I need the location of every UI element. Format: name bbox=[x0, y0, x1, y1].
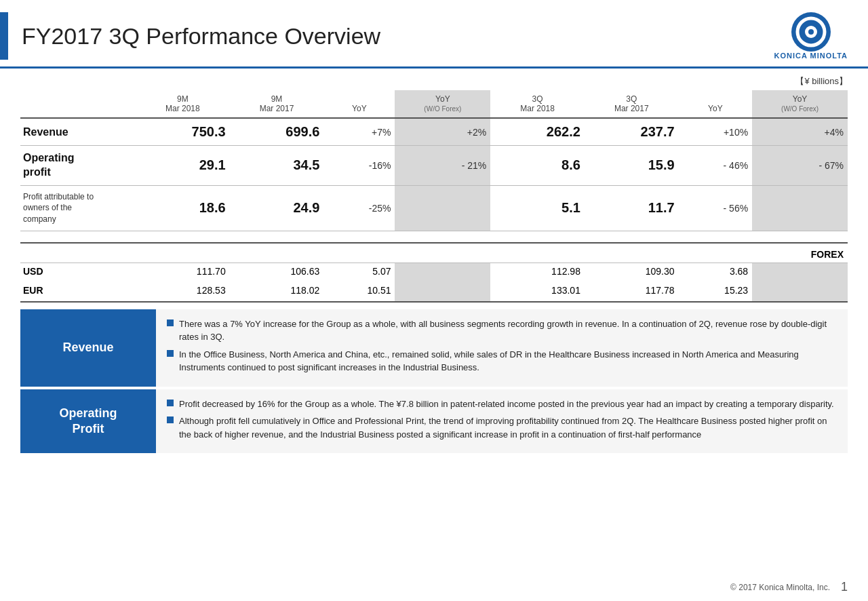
cell-revenue-yoy-forex-2: +4% bbox=[752, 118, 848, 146]
cell-usd-yoy-2: 3.68 bbox=[679, 263, 753, 279]
bullet-icon-1 bbox=[167, 319, 174, 326]
col-header-yoy-1: YoY bbox=[323, 90, 395, 118]
cell-op-yoy-1: -16% bbox=[323, 146, 395, 186]
info-bullet-1: There was a 7% YoY increase for the Grou… bbox=[167, 317, 837, 344]
table-row-usd: USD 111.70 106.63 5.07 112.98 109.30 3.6… bbox=[20, 263, 848, 279]
cell-eur-3q-2018: 133.01 bbox=[490, 279, 585, 302]
cell-pa-yoy-2: - 56% bbox=[679, 185, 753, 231]
page-header: FY2017 3Q Performance Overview KONICA MI… bbox=[0, 0, 868, 69]
table-row-operating-profit: Operatingprofit 29.1 34.5 -16% - 21% 8.6… bbox=[20, 146, 848, 186]
row-label-op: Operatingprofit bbox=[20, 146, 136, 186]
cell-usd-3q-2018: 112.98 bbox=[490, 263, 585, 279]
cell-pa-yoy-1: -25% bbox=[323, 185, 395, 231]
cell-eur-9m-2017: 118.02 bbox=[230, 279, 324, 302]
info-row-op-profit: Operating Profit Profit decreased by 16%… bbox=[20, 389, 848, 454]
forex-header-label: FOREX bbox=[20, 243, 848, 263]
cell-pa-yoy-forex-2 bbox=[752, 185, 848, 231]
col-header-yoy-2: YoY bbox=[679, 90, 753, 118]
bullet-icon-4 bbox=[167, 416, 174, 423]
footer: © 2017 Konica Minolta, Inc. 1 bbox=[730, 580, 848, 594]
cell-usd-9m-2017: 106.63 bbox=[230, 263, 324, 279]
col-header-yoy-forex-1: YoY (W/O Forex) bbox=[395, 90, 490, 118]
info-text-2: In the Office Business, North America an… bbox=[179, 348, 837, 374]
main-table: 9M Mar 2018 9M Mar 2017 YoY YoY (W/O For… bbox=[20, 90, 848, 303]
col-header-label bbox=[20, 90, 136, 118]
cell-revenue-3q-2018: 262.2 bbox=[490, 118, 585, 146]
table-row-eur: EUR 128.53 118.02 10.51 133.01 117.78 15… bbox=[20, 279, 848, 302]
cell-op-3q-2018: 8.6 bbox=[490, 146, 585, 186]
info-bullet-3: Profit decreased by 16% for the Group as… bbox=[167, 398, 837, 411]
forex-eur-label: EUR bbox=[20, 279, 136, 302]
info-bullet-4: Although profit fell cumulatively in Off… bbox=[167, 414, 837, 441]
col-header-yoy-forex-2: YoY (W/O Forex) bbox=[752, 90, 848, 118]
cell-eur-3q-2017: 117.78 bbox=[585, 279, 679, 302]
cell-revenue-yoy-2: +10% bbox=[679, 118, 753, 146]
info-text-4: Although profit fell cumulatively in Off… bbox=[179, 414, 837, 441]
cell-op-9m-2018: 29.1 bbox=[136, 146, 230, 186]
copyright: © 2017 Konica Minolta, Inc. bbox=[730, 583, 830, 592]
table-spacer bbox=[20, 231, 848, 243]
forex-usd-label: USD bbox=[20, 263, 136, 279]
cell-eur-yoy-forex-2 bbox=[752, 279, 848, 302]
col-header-9m-2018: 9M Mar 2018 bbox=[136, 90, 230, 118]
page-title: FY2017 3Q Performance Overview bbox=[22, 23, 380, 50]
info-bullet-2: In the Office Business, North America an… bbox=[167, 348, 837, 374]
bullet-icon-2 bbox=[167, 350, 174, 357]
table-row-forex-header: FOREX bbox=[20, 243, 848, 263]
info-content-op-profit: Profit decreased by 16% for the Group as… bbox=[156, 389, 848, 454]
cell-op-yoy-2: - 46% bbox=[679, 146, 753, 186]
cell-op-3q-2017: 15.9 bbox=[585, 146, 679, 186]
currency-note: 【¥ billions】 bbox=[0, 69, 868, 90]
info-row-revenue: Revenue There was a 7% YoY increase for … bbox=[20, 309, 848, 387]
cell-usd-yoy-forex-2 bbox=[752, 263, 848, 279]
cell-pa-yoy-forex-1 bbox=[395, 185, 490, 231]
logo-area: KONICA MINOLTA bbox=[774, 12, 848, 60]
table-row-profit-attr: Profit attributable toowners of thecompa… bbox=[20, 185, 848, 231]
svg-point-3 bbox=[808, 29, 814, 35]
cell-revenue-3q-2017: 237.7 bbox=[585, 118, 679, 146]
cell-pa-3q-2017: 11.7 bbox=[585, 185, 679, 231]
col-header-3q-2017: 3Q Mar 2017 bbox=[585, 90, 679, 118]
cell-pa-3q-2018: 5.1 bbox=[490, 185, 585, 231]
table-header-row: 9M Mar 2018 9M Mar 2017 YoY YoY (W/O For… bbox=[20, 90, 848, 118]
cell-op-yoy-forex-2: - 67% bbox=[752, 146, 848, 186]
logo-icon bbox=[791, 12, 831, 52]
row-label-revenue: Revenue bbox=[20, 118, 136, 146]
cell-usd-3q-2017: 109.30 bbox=[585, 263, 679, 279]
cell-usd-yoy-1: 5.07 bbox=[323, 263, 395, 279]
logo-text: KONICA MINOLTA bbox=[774, 52, 848, 60]
cell-eur-yoy-2: 15.23 bbox=[679, 279, 753, 302]
table-row-revenue: Revenue 750.3 699.6 +7% +2% 262.2 237.7 … bbox=[20, 118, 848, 146]
info-text-3: Profit decreased by 16% for the Group as… bbox=[179, 398, 834, 411]
cell-revenue-yoy-forex-1: +2% bbox=[395, 118, 490, 146]
cell-revenue-9m-2017: 699.6 bbox=[230, 118, 324, 146]
info-label-op-profit: Operating Profit bbox=[20, 389, 156, 454]
col-header-9m-2017: 9M Mar 2017 bbox=[230, 90, 324, 118]
cell-op-yoy-forex-1: - 21% bbox=[395, 146, 490, 186]
info-content-revenue: There was a 7% YoY increase for the Grou… bbox=[156, 309, 848, 387]
cell-usd-yoy-forex-1 bbox=[395, 263, 490, 279]
info-label-revenue: Revenue bbox=[20, 309, 156, 387]
cell-eur-yoy-1: 10.51 bbox=[323, 279, 395, 302]
cell-usd-9m-2018: 111.70 bbox=[136, 263, 230, 279]
cell-pa-9m-2017: 24.9 bbox=[230, 185, 324, 231]
cell-eur-yoy-forex-1 bbox=[395, 279, 490, 302]
cell-revenue-yoy-1: +7% bbox=[323, 118, 395, 146]
cell-op-9m-2017: 34.5 bbox=[230, 146, 324, 186]
bullet-icon-3 bbox=[167, 400, 174, 406]
row-label-profit-attr: Profit attributable toowners of thecompa… bbox=[20, 185, 136, 231]
cell-pa-9m-2018: 18.6 bbox=[136, 185, 230, 231]
header-left: FY2017 3Q Performance Overview bbox=[0, 12, 380, 60]
info-text-1: There was a 7% YoY increase for the Grou… bbox=[179, 317, 837, 344]
accent-bar bbox=[0, 12, 8, 60]
col-header-3q-2018: 3Q Mar 2018 bbox=[490, 90, 585, 118]
info-section: Revenue There was a 7% YoY increase for … bbox=[20, 309, 848, 454]
cell-eur-9m-2018: 128.53 bbox=[136, 279, 230, 302]
cell-revenue-9m-2018: 750.3 bbox=[136, 118, 230, 146]
page-number: 1 bbox=[841, 580, 848, 594]
